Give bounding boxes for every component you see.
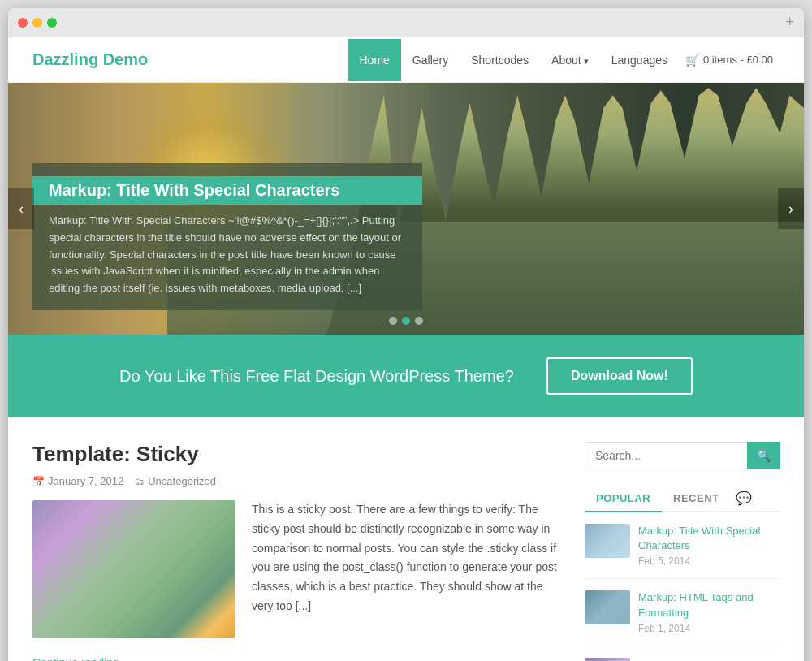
search-box: 🔍 [585,442,780,469]
download-button[interactable]: Download Now! [546,357,693,395]
hero-title: Markup: Title With Special Characters [32,176,422,205]
sidebar-post-info-3: Post Format: Video (YouTube) Jun 2, 2010 [638,658,780,661]
sidebar-post-title-3[interactable]: Post Format: Video (YouTube) [638,658,780,661]
post-category: 🗂 Uncategorized [135,475,216,487]
sidebar-post-date-2: Feb 1, 2014 [638,623,780,634]
nav-cart[interactable]: 🛒 0 items - £0.00 [679,39,780,81]
sidebar-post-date-1: Feb 5, 2014 [638,555,780,567]
cta-text: Do You Like This Free Flat Design WordPr… [119,367,514,386]
cart-label: 0 items - £0.00 [703,54,773,66]
site-header: Dazzling Demo Home Gallery Shortcodes Ab… [8,37,804,83]
sidebar-post-title-1[interactable]: Markup: Title With Special Characters [638,524,780,553]
list-item: Markup: HTML Tags and Formatting Feb 1, … [585,590,780,646]
sidebar-tabs: POPULAR RECENT 💬 [585,486,780,512]
list-item: Markup: Title With Special Characters Fe… [585,524,780,579]
sidebar-thumb-3 [585,658,630,661]
hero-text: Markup: Title With Special Characters ~'… [49,213,406,297]
minimize-button[interactable] [32,18,42,28]
close-button[interactable] [18,18,28,28]
nav-about[interactable]: About [540,39,600,81]
site: Dazzling Demo Home Gallery Shortcodes Ab… [8,37,804,661]
blog-section: Template: Sticky 📅 January 7, 2012 🗂 Unc… [32,442,560,661]
main-content: Template: Sticky 📅 January 7, 2012 🗂 Unc… [8,417,804,661]
read-more-arrow: › [123,656,127,661]
post-date: 📅 January 7, 2012 [32,475,123,487]
list-item: Post Format: Video (YouTube) Jun 2, 2010 [585,658,780,661]
read-more-text: Continue reading [32,656,119,661]
sidebar: 🔍 POPULAR RECENT 💬 Markup: Title With Sp… [585,442,780,661]
maximize-button[interactable] [47,18,57,28]
sidebar-post-info-1: Markup: Title With Special Characters Fe… [638,524,780,567]
sidebar-thumb-2 [585,590,630,624]
post-date-text: January 7, 2012 [48,475,123,487]
browser-window: + Dazzling Demo Home Gallery Shortcodes … [8,8,804,661]
slider-next-button[interactable]: › [778,188,804,229]
cart-icon: 🛒 [685,54,699,67]
slider-dot-1[interactable] [389,317,397,325]
hero-content: Markup: Title With Special Characters Ma… [32,163,422,310]
search-button[interactable]: 🔍 [747,442,780,469]
new-tab-button[interactable]: + [785,14,794,31]
nav-gallery[interactable]: Gallery [401,39,460,81]
cta-banner: Do You Like This Free Flat Design WordPr… [8,335,804,417]
calendar-icon: 📅 [32,476,45,487]
tab-recent[interactable]: RECENT [662,486,730,511]
read-more-link[interactable]: Continue reading › [32,656,560,661]
chat-icon: 💬 [736,490,752,506]
site-nav: Home Gallery Shortcodes About Languages … [348,39,780,81]
slider-dots [389,317,423,325]
sidebar-post-title-2[interactable]: Markup: HTML Tags and Formatting [638,590,780,620]
post-meta: 📅 January 7, 2012 🗂 Uncategorized [32,475,560,487]
slider-dot-2[interactable] [402,317,410,325]
search-input[interactable] [585,442,747,469]
post-excerpt: This is a sticky post. There are a few t… [252,500,560,616]
sidebar-posts-list: Markup: Title With Special Characters Fe… [585,524,780,661]
slider-dot-3[interactable] [415,317,423,325]
sidebar-post-info-2: Markup: HTML Tags and Formatting Feb 1, … [638,590,780,633]
traffic-lights [18,18,57,28]
tab-popular[interactable]: POPULAR [585,486,662,512]
nav-languages[interactable]: Languages [600,39,679,81]
post-thumbnail [32,500,235,638]
post-category-text: Uncategorized [148,475,216,487]
nav-shortcodes[interactable]: Shortcodes [460,39,540,81]
post-body: This is a sticky post. There are a few t… [32,500,560,646]
sidebar-thumb-1 [585,524,630,558]
nav-home[interactable]: Home [348,39,401,81]
hero-slider: ‹ › Markup: Title With Special Character… [8,83,804,335]
slider-prev-button[interactable]: ‹ [8,188,34,229]
site-logo: Dazzling Demo [32,50,348,69]
browser-chrome: + [8,8,804,37]
category-icon: 🗂 [135,476,145,487]
post-title: Template: Sticky [32,442,560,467]
